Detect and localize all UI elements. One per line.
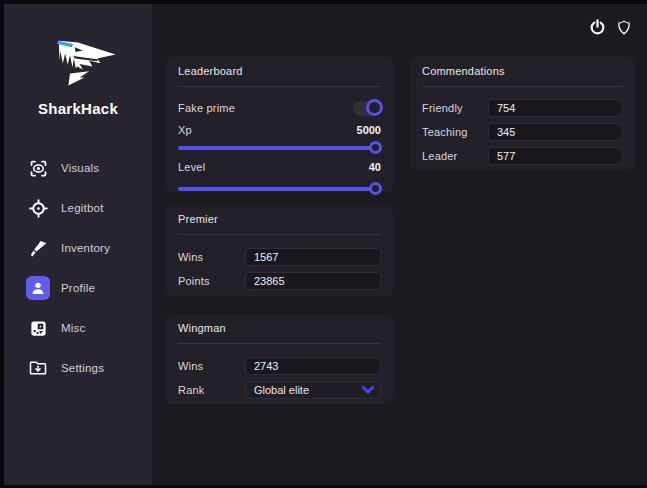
xp-label: Xp [178,124,192,136]
app-window: SharkHack Visuals [4,4,647,485]
sidebar-item-inventory[interactable]: Inventory [26,236,152,260]
wingman-rank-row: Rank Global elite [178,381,381,399]
leaderboard-section: Leaderboard Fake prime Xp 5000 [166,57,393,192]
power-icon[interactable] [587,17,607,37]
left-column: Leaderboard Fake prime Xp 5000 [166,57,393,404]
xp-value: 5000 [357,124,381,136]
knife-icon [26,236,50,260]
level-slider[interactable] [178,182,381,195]
sidebar-menu: Visuals Legitbot [4,156,152,396]
leader-label: Leader [422,150,457,162]
sidebar-item-profile[interactable]: Profile [26,276,152,300]
premier-section: Premier Wins Points [166,205,393,296]
rank-select[interactable]: Global elite [245,381,381,399]
premier-wins-row: Wins [178,248,381,266]
sidebar: SharkHack Visuals [4,4,152,485]
level-label: Level [178,161,205,173]
slider-fill [178,146,381,150]
slider-fill [178,187,381,191]
fake-prime-toggle[interactable] [353,101,381,116]
sidebar-item-settings[interactable]: Settings [26,356,152,380]
premier-wins-label: Wins [178,251,203,263]
sidebar-item-legitbot[interactable]: Legitbot [26,196,152,220]
commendations-section: Commendations Friendly Teaching Leader [410,57,635,170]
xp-slider[interactable] [178,141,381,154]
sidebar-item-label: Legitbot [61,202,104,214]
commendations-title: Commendations [422,65,623,87]
premier-title: Premier [178,213,381,235]
rank-select-value: Global elite [254,384,309,396]
teaching-label: Teaching [422,126,468,138]
sidebar-item-label: Profile [61,282,95,294]
sidebar-item-label: Misc [61,322,85,334]
sidebar-item-misc[interactable]: Misc [26,316,152,340]
sidebar-item-visuals[interactable]: Visuals [26,156,152,180]
shark-logo-icon [38,30,118,90]
slider-thumb[interactable] [369,182,382,195]
wingman-wins-row: Wins [178,357,381,375]
wingman-wins-input[interactable] [245,357,381,375]
toggle-knob [366,99,383,116]
wingman-wins-label: Wins [178,360,203,372]
sidebar-item-label: Visuals [61,162,99,174]
commendation-row-friendly: Friendly [422,99,623,117]
leader-input[interactable] [488,147,623,165]
topbar-icons [587,17,634,37]
eye-scan-icon [26,156,50,180]
premier-wins-input[interactable] [245,248,381,266]
main-panel: Leaderboard Fake prime Xp 5000 [152,4,647,485]
premier-points-input[interactable] [245,272,381,290]
sidebar-item-label: Settings [61,362,104,374]
right-column: Commendations Friendly Teaching Leader [410,57,635,170]
fake-prime-row: Fake prime [178,99,381,117]
sidebar-item-label: Inventory [61,242,110,254]
commendation-row-leader: Leader [422,147,623,165]
crosshair-icon [26,196,50,220]
premier-points-label: Points [178,275,210,287]
friendly-input[interactable] [488,99,623,117]
qr-grid-icon [26,316,50,340]
fake-prime-label: Fake prime [178,102,235,114]
commendation-row-teaching: Teaching [422,123,623,141]
wingman-rank-label: Rank [178,384,204,396]
level-value: 40 [369,161,381,173]
app-logo: SharkHack [35,30,121,117]
chevron-down-icon [362,385,374,395]
slider-thumb[interactable] [369,141,382,154]
level-row: Level 40 [178,158,381,176]
leaderboard-title: Leaderboard [178,65,381,87]
user-icon [26,276,50,300]
wingman-section: Wingman Wins Rank Global elite [166,314,393,404]
xp-row: Xp 5000 [178,121,381,139]
wingman-title: Wingman [178,322,381,344]
premier-points-row: Points [178,272,381,290]
teaching-input[interactable] [488,123,623,141]
shield-icon[interactable] [614,17,634,37]
friendly-label: Friendly [422,102,463,114]
folder-download-icon [26,356,50,380]
app-title: SharkHack [35,100,121,117]
